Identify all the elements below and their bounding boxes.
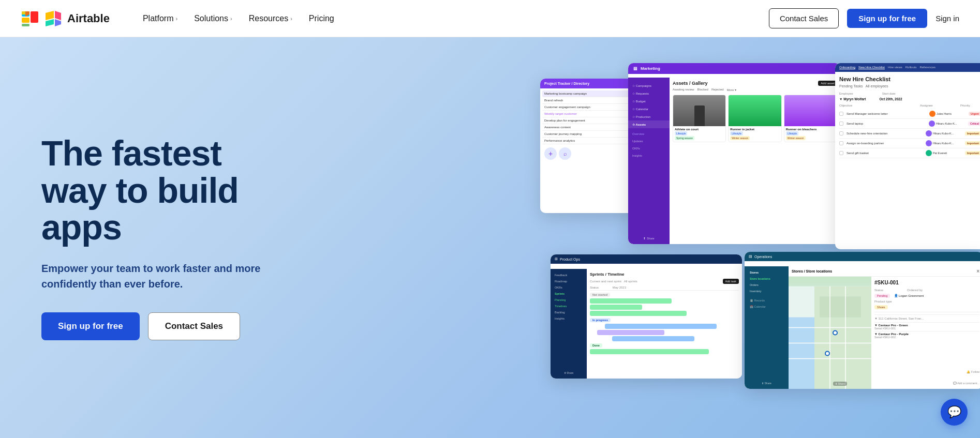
sidebar-item[interactable]: Insights [551,315,587,322]
sidebar-item-sprints[interactable]: Sprints [551,291,587,297]
asset-image [673,95,725,126]
store-detail: #SKU-001 Status Ordered by Pending 👤 Log… [871,277,980,389]
gantt-bar [605,324,717,329]
priority-badge: Urgent [969,112,980,116]
hero-signup-button[interactable]: Sign up for free [41,312,140,340]
nav-resources[interactable]: Resources › [249,14,292,23]
hero-subtitle: Empower your team to work faster and mor… [41,261,269,292]
sidebar-stores[interactable]: Stores [745,269,789,276]
asset-image [784,95,837,126]
task-row: Send gift basket Pat Everett Important [839,148,980,158]
timeline-header: ⊞ Product Ops [551,254,742,264]
asset-card: Athlete on court Lifestyle Spring season [673,95,726,142]
not-started-section: Not started [590,293,739,316]
map-svg [789,277,871,389]
tab-rollouts[interactable]: Rollouts [905,66,917,69]
marketing-sidebar: ☆ Campaigns ☆ Requests ☆ Budget ☆ Calend… [628,78,670,244]
assets-grid: Athlete on court Lifestyle Spring season… [673,95,837,142]
list-item: Performance analytics [542,138,642,144]
sidebar-item[interactable]: ☆ Campaigns [628,82,670,89]
hero-content: The fastest way to build apps Empower yo… [0,104,300,371]
asset-card: Runner in jacket Lifestyle Winter season [728,95,781,142]
nav-platform[interactable]: Platform › [143,14,177,23]
close-icon[interactable]: × [976,268,979,274]
contact-sales-button[interactable]: Contact Sales [769,8,839,28]
list-item: Marketing bootcamp campaign [542,90,642,97]
avatar [926,140,932,146]
gantt-bar [612,336,694,341]
navbar: Airtable Platform › Solutions › Resource… [0,0,980,37]
timeline-main: Sprints / Timeline Current and next spri… [587,269,742,379]
sidebar-inventory[interactable]: Inventory [745,288,789,294]
task-row: Send Manager welcome letter Jules Harris… [839,109,980,119]
solutions-chevron: › [230,16,232,22]
nav-solutions[interactable]: Solutions › [194,14,232,23]
add-icon[interactable]: + [544,147,557,160]
share-button[interactable]: ⬆ Share [745,382,789,385]
nav-pricing[interactable]: Pricing [309,14,334,23]
sidebar-item[interactable]: Feedback [551,272,587,278]
avatar [926,150,932,156]
add-asset-button[interactable]: Add asset [818,81,837,86]
asset-card: Runner on bleachers Lifestyle Winter sea… [784,95,837,142]
sidebar-orders[interactable]: Orders [745,282,789,288]
list-item: Develop plan for engagement [542,117,642,124]
sidebar-store-locations[interactable]: Store locations [745,276,789,282]
sidebar-item[interactable]: Insights [628,152,670,159]
avatar [929,120,935,127]
sidebar-item[interactable]: Backlog [551,309,587,315]
svg-point-16 [834,331,837,335]
signup-button[interactable]: Sign up for free [847,9,927,28]
chat-button[interactable]: 💬 [941,399,968,426]
list-item: Customer journey mapping [542,131,642,138]
gantt-bar [590,349,709,354]
signin-button[interactable]: Sign in [936,14,959,23]
sidebar-calendar[interactable]: 📅 Calendar [745,304,789,310]
search-icon[interactable]: ⌕ [559,147,571,160]
list-item: Brand refresh [542,97,642,104]
svg-rect-3 [22,24,29,26]
sidebar-item[interactable]: ☆ Budget [628,97,670,105]
sidebar-item[interactable]: Updates [628,138,670,145]
tab-references[interactable]: References [919,66,936,69]
sidebar-item[interactable]: ☆ Production [628,113,670,120]
tab-new-hire[interactable]: New Hire Checklist [858,66,885,69]
sidebar-item-assets[interactable]: ☆ Assets [628,120,670,128]
share-button[interactable]: ⬆ Share [551,371,587,374]
timeline-sidebar: Feedback Roadmap OKRs Sprints Planning T… [551,269,587,379]
store-entry: ▼ Centaur Pro - Purple Serial #SKU-002 [874,331,979,340]
gantt-bar [590,298,672,304]
sidebar-item[interactable]: ☆ Requests [628,89,670,97]
list-item: Weekly target customer [542,111,642,117]
sidebar-item[interactable]: Overview [628,130,670,138]
logo[interactable]: Airtable [21,9,110,28]
sidebar-item[interactable]: ☆ Calendar [628,105,670,113]
task-row: Schedule new-hire orientation Hikaru Kub… [839,129,980,139]
sidebar-item[interactable]: Timelines [551,303,587,309]
resources-chevron: › [290,16,292,22]
sidebar-item[interactable]: OKRs [551,284,587,291]
nav-right: Contact Sales Sign up for free Sign in [769,8,959,28]
gantt-bar [597,330,664,335]
onboarding-header: Onboarding New Hire Checklist Hire views… [835,63,980,72]
assets-filters: Awaiting review Blocked Rejected More ▾ [673,88,837,92]
logo-icon [21,9,39,28]
add-task-button[interactable]: Add task [723,279,739,284]
chat-icon: 💬 [947,405,961,419]
hero-contact-button[interactable]: Contact Sales [148,312,240,340]
comment-icon: 💬 Add a comment... [953,382,979,385]
share-button[interactable]: ⬆ Share [628,237,670,240]
sidebar-item[interactable]: Roadmap [551,278,587,284]
svg-rect-0 [22,18,29,23]
sidebar-item[interactable]: Planning [551,297,587,303]
tab-hire-views[interactable]: Hire views [888,66,902,69]
airtable-logo-icon [43,9,63,28]
tab-onboarding[interactable]: Onboarding [839,66,855,69]
sidebar-records[interactable]: 📋 Records [745,297,789,304]
avatar [926,130,932,137]
sidebar-item[interactable]: OKRs [628,145,670,152]
timeline-panel: ⊞ Product Ops Feedback Roadmap OKRs Spri… [551,254,742,379]
hero-title: The fastest way to build apps [41,135,269,246]
store-map [789,277,871,389]
assets-area: Assets / Gallery Add asset Awaiting revi… [670,78,840,244]
